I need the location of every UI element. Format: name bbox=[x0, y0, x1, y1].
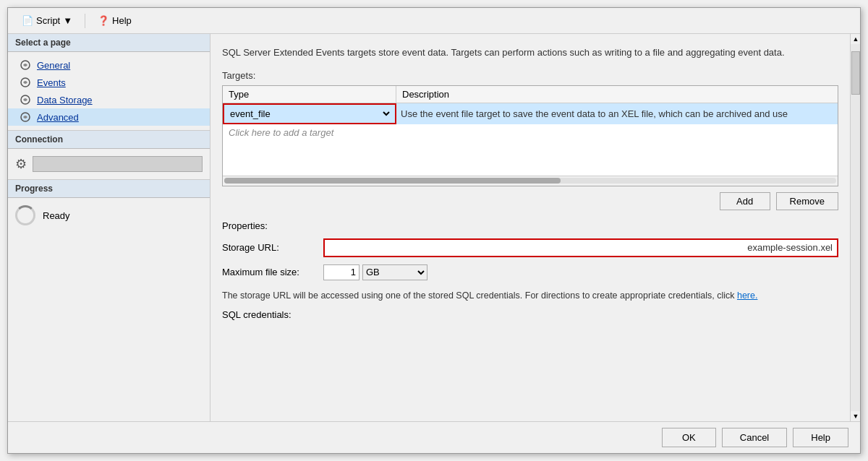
sql-credentials-label: SQL credentials: bbox=[222, 309, 838, 320]
storage-note: The storage URL will be accessed using o… bbox=[222, 289, 838, 303]
cancel-button[interactable]: Cancel bbox=[722, 428, 787, 447]
col-header-description: Description bbox=[396, 86, 838, 103]
progress-header: Progress bbox=[8, 180, 210, 198]
help-icon: ❓ bbox=[98, 15, 109, 26]
nav-label-events: Events bbox=[37, 77, 66, 88]
wrench-icon-general bbox=[20, 59, 31, 71]
buttons-row: Add Remove bbox=[222, 192, 838, 210]
help-button[interactable]: ❓ Help bbox=[91, 12, 138, 29]
right-scrollbar: ▲ ▼ bbox=[850, 34, 860, 421]
filesize-label: Maximum file size: bbox=[222, 267, 323, 277]
target-desc-cell: Use the event file target to save the ev… bbox=[396, 105, 838, 122]
toolbar: 📄 Script ▼ ❓ Help bbox=[8, 8, 860, 34]
wrench-icon-data-storage bbox=[20, 94, 31, 105]
target-type-select[interactable]: event_file bbox=[227, 108, 392, 120]
nav-item-advanced[interactable]: Advanced bbox=[8, 108, 210, 126]
add-button[interactable]: Add bbox=[720, 192, 770, 210]
connection-section: Connection ⚙ bbox=[8, 130, 210, 179]
progress-content: Ready bbox=[8, 198, 210, 233]
properties-label: Properties: bbox=[222, 220, 838, 231]
col-header-type: Type bbox=[223, 86, 396, 103]
targets-table-body: event_file Use the event file target to … bbox=[223, 103, 838, 176]
nav-item-events[interactable]: Events bbox=[8, 74, 210, 91]
nav-items: General Events Data Storage Advanced bbox=[8, 52, 210, 130]
connection-header: Connection bbox=[8, 131, 210, 149]
wrench-icon-advanced bbox=[20, 111, 31, 123]
script-icon: 📄 bbox=[22, 15, 33, 26]
left-panel: Select a page General Events Data Storag… bbox=[8, 34, 210, 421]
storage-url-input[interactable] bbox=[323, 238, 838, 257]
scroll-down-arrow[interactable]: ▼ bbox=[851, 411, 860, 421]
filesize-input[interactable] bbox=[323, 264, 359, 280]
table-row: event_file Use the event file target to … bbox=[223, 103, 838, 124]
select-page-header: Select a page bbox=[8, 34, 210, 52]
filesize-unit-select[interactable]: KB MB GB TB bbox=[362, 264, 427, 280]
progress-spinner bbox=[15, 205, 35, 225]
nav-label-advanced: Advanced bbox=[37, 112, 79, 123]
scroll-thumb-vertical bbox=[851, 51, 860, 95]
bottom-bar: OK Cancel Help bbox=[8, 421, 860, 453]
add-target-row[interactable]: Click here to add a target bbox=[223, 124, 838, 141]
nav-item-data-storage[interactable]: Data Storage bbox=[8, 91, 210, 108]
connection-value-box bbox=[33, 156, 203, 172]
dialog: 📄 Script ▼ ❓ Help Select a page General … bbox=[7, 7, 861, 454]
storage-url-label: Storage URL: bbox=[222, 242, 323, 253]
script-label: Script bbox=[36, 15, 60, 26]
script-dropdown-icon: ▼ bbox=[63, 15, 72, 26]
storage-note-text: The storage URL will be accessed using o… bbox=[222, 290, 737, 301]
filesize-row: Maximum file size: KB MB GB TB bbox=[222, 264, 838, 280]
storage-note-link[interactable]: here. bbox=[737, 290, 758, 301]
description-text: SQL Server Extended Events targets store… bbox=[222, 46, 838, 60]
help-label: Help bbox=[112, 15, 132, 26]
targets-table-container: Type Description event_file Use the even… bbox=[222, 85, 838, 186]
targets-scrollbar bbox=[223, 176, 838, 186]
targets-label: Targets: bbox=[222, 70, 838, 81]
progress-section: Progress Ready bbox=[8, 179, 210, 233]
scroll-up-arrow[interactable]: ▲ bbox=[851, 34, 860, 44]
scroll-track bbox=[851, 44, 860, 411]
scrollbar-track bbox=[224, 178, 836, 184]
connection-row: ⚙ bbox=[15, 156, 203, 172]
nav-label-data-storage: Data Storage bbox=[37, 95, 93, 105]
target-type-cell: event_file bbox=[223, 103, 396, 124]
remove-button[interactable]: Remove bbox=[776, 192, 838, 210]
targets-table-header: Type Description bbox=[223, 86, 838, 103]
ok-button[interactable]: OK bbox=[662, 428, 716, 447]
connection-content: ⚙ bbox=[8, 149, 210, 179]
scrollbar-thumb bbox=[224, 178, 561, 184]
progress-status: Ready bbox=[43, 210, 70, 221]
right-panel: SQL Server Extended Events targets store… bbox=[210, 34, 850, 421]
nav-label-general: General bbox=[37, 60, 70, 71]
main-area: Select a page General Events Data Storag… bbox=[8, 34, 860, 421]
plug-icon: ⚙ bbox=[15, 156, 27, 172]
storage-url-row: Storage URL: bbox=[222, 238, 838, 257]
help-button-bottom[interactable]: Help bbox=[793, 428, 848, 447]
script-button[interactable]: 📄 Script ▼ bbox=[15, 12, 79, 29]
toolbar-separator bbox=[85, 14, 85, 28]
nav-item-general[interactable]: General bbox=[8, 56, 210, 74]
wrench-icon-events bbox=[20, 77, 31, 88]
